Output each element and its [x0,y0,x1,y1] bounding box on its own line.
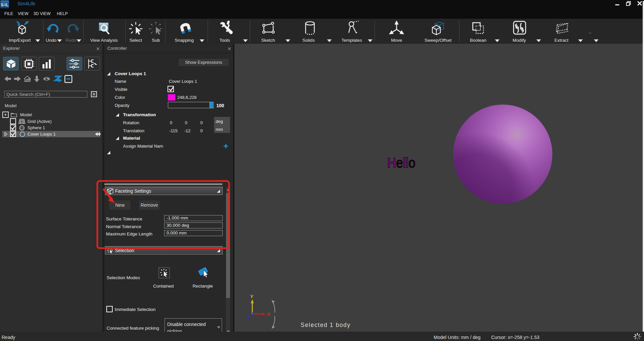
svg-text:Y: Y [250,294,253,299]
svg-text:X: X [267,311,271,317]
svg-text:Z: Z [247,315,250,321]
